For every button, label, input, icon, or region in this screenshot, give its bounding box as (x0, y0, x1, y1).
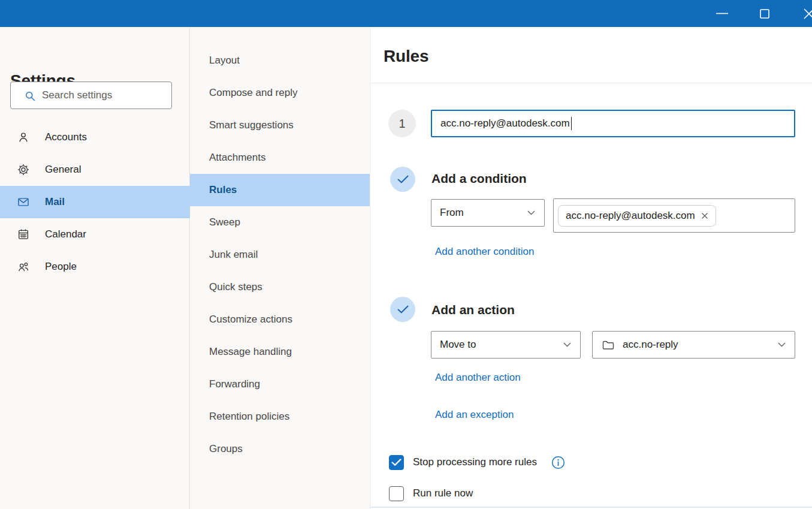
header-divider (370, 83, 812, 83)
sidebar-item-label: Accounts (45, 131, 87, 143)
condition-field-select[interactable]: From (431, 199, 545, 227)
settings-nav-label: Rules (209, 184, 237, 196)
action-complete-indicator (390, 297, 415, 322)
text-caret (571, 117, 572, 130)
gear-icon (17, 163, 30, 176)
settings-nav-label: Junk email (209, 249, 258, 261)
window-close-button[interactable] (795, 0, 812, 27)
footer-divider (370, 507, 812, 508)
check-icon (397, 175, 409, 183)
close-icon (803, 8, 812, 20)
maximize-icon (760, 9, 769, 19)
settings-nav-label: Message handling (209, 346, 292, 358)
settings-nav-label: Layout (209, 55, 240, 67)
settings-nav-item-quick-steps[interactable]: Quick steps (190, 271, 370, 303)
sidebar-item-mail[interactable]: Mail (0, 186, 190, 218)
settings-nav-item-groups[interactable]: Groups (190, 433, 370, 465)
search-input[interactable] (42, 83, 169, 108)
sidebar-item-label: General (45, 164, 81, 176)
condition-complete-indicator (390, 167, 415, 192)
settings-nav-label: Customize actions (209, 314, 292, 326)
search-settings-box[interactable] (10, 82, 172, 109)
action-field-select[interactable]: Move to (431, 331, 581, 359)
info-icon[interactable] (551, 456, 565, 469)
sidebar-item-label: People (45, 261, 77, 273)
settings-nav-label: Smart suggestions (209, 119, 294, 131)
add-an-exception-link[interactable]: Add an exception (435, 408, 514, 421)
add-another-action-link[interactable]: Add another action (435, 371, 521, 384)
minimize-icon (716, 13, 728, 14)
settings-nav-item-smart-suggestions[interactable]: Smart suggestions (190, 109, 370, 141)
settings-nav-item-sweep[interactable]: Sweep (190, 206, 370, 239)
sidebar-item-label: Mail (45, 196, 65, 208)
sidebar-item-people[interactable]: People (0, 251, 190, 283)
rule-name-value: acc.no-reply@autodesk.com (440, 118, 570, 129)
settings-nav-item-attachments[interactable]: Attachments (190, 141, 370, 174)
sidebar-item-calendar[interactable]: Calendar (0, 218, 190, 251)
page-title: Rules (384, 47, 428, 66)
sidebar-item-general[interactable]: General (0, 153, 190, 186)
settings-nav-item-rules[interactable]: Rules (190, 174, 370, 206)
select-value: acc.no-reply (623, 339, 678, 351)
check-icon (391, 459, 402, 466)
stop-processing-checkbox[interactable] (389, 455, 404, 470)
mail-icon (17, 195, 30, 209)
chevron-down-icon (563, 342, 571, 347)
settings-nav-label: Attachments (209, 152, 266, 164)
checkbox-label[interactable]: Run rule now (413, 487, 473, 499)
remove-chip-icon[interactable] (701, 212, 708, 219)
check-icon (397, 305, 409, 314)
sidebar-item-accounts[interactable]: Accounts (0, 121, 190, 153)
settings-nav-item-message-handling[interactable]: Message handling (190, 336, 370, 368)
window-titlebar (0, 0, 812, 27)
window-maximize-button[interactable] (751, 0, 778, 27)
chip-label: acc.no-reply@autodesk.com (566, 210, 695, 222)
run-rule-now-checkbox[interactable] (389, 486, 404, 501)
settings-nav-label: Forwarding (209, 378, 260, 390)
checkbox-label[interactable]: Stop processing more rules (413, 456, 537, 468)
window-minimize-button[interactable] (708, 0, 736, 27)
rule-name-input[interactable]: acc.no-reply@autodesk.com (431, 110, 795, 137)
calendar-icon (17, 228, 30, 241)
settings-nav-label: Retention policies (209, 411, 289, 423)
action-heading: Add an action (431, 302, 515, 318)
folder-select[interactable]: acc.no-reply (592, 331, 795, 359)
select-value: From (440, 207, 464, 219)
mail-settings-nav: Layout Compose and reply Smart suggestio… (190, 27, 370, 509)
search-icon (24, 90, 36, 102)
condition-heading: Add a condition (431, 170, 527, 187)
settings-nav-item-retention-policies[interactable]: Retention policies (190, 400, 370, 433)
rules-panel: Rules 1 acc.no-reply@autodesk.com Add a … (370, 27, 812, 509)
settings-window: Settings Accounts (0, 0, 812, 509)
settings-nav-label: Sweep (209, 216, 240, 228)
chevron-down-icon (527, 210, 535, 215)
chevron-down-icon (778, 342, 786, 347)
person-icon (17, 131, 30, 144)
people-icon (17, 260, 30, 273)
folder-icon (602, 341, 614, 350)
select-value: Move to (440, 339, 476, 351)
settings-nav-item-layout[interactable]: Layout (190, 44, 370, 77)
settings-nav-label: Quick steps (209, 281, 262, 293)
settings-nav-label: Groups (209, 443, 243, 455)
settings-nav-item-customize-actions[interactable]: Customize actions (190, 303, 370, 336)
add-another-condition-link[interactable]: Add another condition (435, 245, 534, 258)
settings-nav-item-compose-and-reply[interactable]: Compose and reply (190, 77, 370, 109)
settings-nav-item-forwarding[interactable]: Forwarding (190, 368, 370, 400)
sender-chip: acc.no-reply@autodesk.com (558, 205, 716, 227)
settings-sidebar: Settings Accounts (0, 27, 190, 509)
settings-nav-label: Compose and reply (209, 87, 297, 99)
condition-value-input[interactable]: acc.no-reply@autodesk.com (553, 198, 795, 233)
rule-number-badge: 1 (388, 110, 416, 137)
sidebar-item-label: Calendar (45, 228, 86, 240)
settings-nav-item-junk-email[interactable]: Junk email (190, 239, 370, 271)
run-rule-now-option-row: Run rule now (389, 486, 473, 501)
stop-processing-option-row: Stop processing more rules (389, 454, 565, 470)
